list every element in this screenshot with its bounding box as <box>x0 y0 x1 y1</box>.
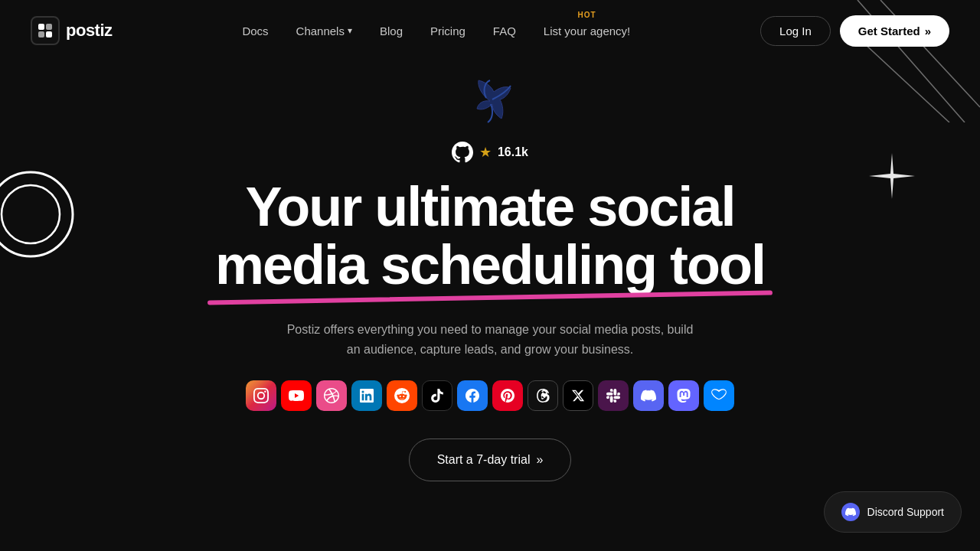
nav-docs[interactable]: Docs <box>242 24 268 37</box>
navbar: postiz Docs Channels ▾ Blog Pricing FAQ … <box>0 0 980 61</box>
logo-text: postiz <box>66 21 113 41</box>
stars-count: 16.1k <box>498 145 528 159</box>
hero-subtitle: Postiz offers everything you need to man… <box>283 320 697 359</box>
chevron-down-icon: ▾ <box>348 25 352 36</box>
nav-pricing[interactable]: Pricing <box>430 24 466 37</box>
get-started-button[interactable]: Get Started » <box>840 15 949 47</box>
logo[interactable]: postiz <box>31 16 113 45</box>
nav-list-agency[interactable]: HOT List your agency! <box>544 24 630 37</box>
social-facebook[interactable] <box>457 380 488 411</box>
arrows-icon: » <box>925 24 931 37</box>
svg-rect-2 <box>46 24 52 30</box>
social-x[interactable] <box>563 380 593 411</box>
social-reddit[interactable] <box>387 380 417 411</box>
trial-arrows-icon: » <box>536 453 543 467</box>
star-icon: ★ <box>479 144 492 161</box>
social-platforms <box>246 380 734 411</box>
social-instagram[interactable] <box>246 380 276 411</box>
social-linkedin[interactable] <box>351 380 382 411</box>
hot-badge: HOT <box>578 11 596 19</box>
social-youtube[interactable] <box>281 380 312 411</box>
discord-widget-icon <box>841 503 860 521</box>
social-bluesky[interactable] <box>704 380 734 411</box>
social-mastodon[interactable] <box>668 380 699 411</box>
logo-icon <box>31 16 60 45</box>
hero-section: ★ 16.1k Your ultimate social media sched… <box>0 61 980 481</box>
trial-button[interactable]: Start a 7-day trial » <box>409 439 572 481</box>
login-button[interactable]: Log In <box>760 16 831 46</box>
social-tiktok[interactable] <box>422 380 452 411</box>
github-icon <box>452 142 473 163</box>
hero-decorative-icon <box>463 77 517 129</box>
nav-channels[interactable]: Channels ▾ <box>296 24 352 37</box>
svg-rect-0 <box>38 24 44 30</box>
svg-rect-1 <box>38 31 44 37</box>
social-slack[interactable] <box>598 380 629 411</box>
github-stars[interactable]: ★ 16.1k <box>452 142 528 163</box>
nav-faq[interactable]: FAQ <box>493 24 516 37</box>
discord-support-label: Discord Support <box>867 506 944 518</box>
svg-rect-3 <box>46 31 52 37</box>
nav-actions: Log In Get Started » <box>760 15 949 47</box>
hero-title: Your ultimate social media scheduling to… <box>215 178 765 294</box>
hero-title-underlined: media scheduling tool <box>215 236 765 295</box>
nav-links: Docs Channels ▾ Blog Pricing FAQ HOT Lis… <box>242 24 630 37</box>
social-threads[interactable] <box>528 380 558 411</box>
discord-support-widget[interactable]: Discord Support <box>824 491 962 533</box>
social-pinterest[interactable] <box>492 380 523 411</box>
nav-blog[interactable]: Blog <box>380 24 403 37</box>
social-discord[interactable] <box>633 380 664 411</box>
social-dribbble[interactable] <box>316 380 347 411</box>
deco-star-right <box>869 153 915 199</box>
